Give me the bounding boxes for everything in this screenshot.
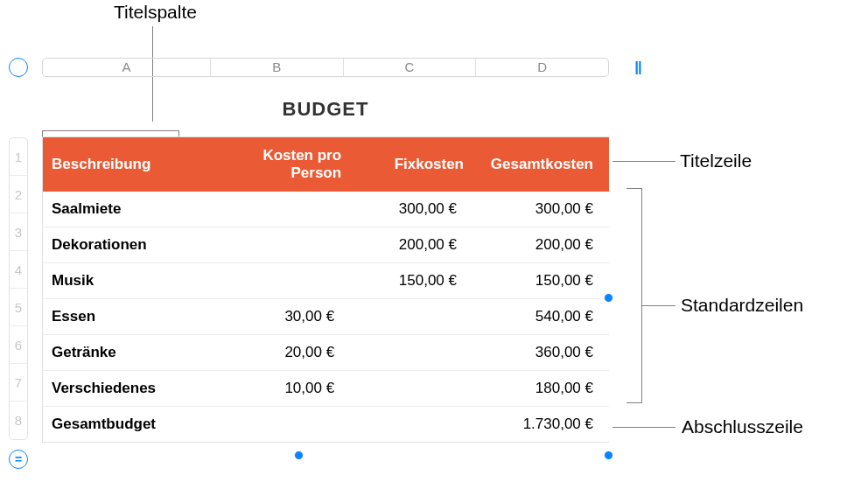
cell-total[interactable]: 180,00 € bbox=[472, 371, 609, 407]
table-row: Verschiedenes 10,00 € 180,00 € bbox=[43, 371, 610, 407]
cell-fix[interactable] bbox=[350, 371, 472, 407]
selection-handle[interactable] bbox=[604, 451, 613, 460]
callout-footer-row: Abschlusszeile bbox=[682, 416, 803, 437]
cell-description[interactable]: Essen bbox=[43, 299, 211, 335]
table-row: Getränke 20,00 € 360,00 € bbox=[43, 335, 610, 371]
cell-kpp[interactable]: 30,00 € bbox=[210, 299, 350, 335]
cell-footer-total[interactable]: 1.730,00 € bbox=[472, 407, 609, 443]
footer-row: Gesamtbudget 1.730,00 € bbox=[43, 407, 610, 443]
table-row: Dekorationen 200,00 € 200,00 € bbox=[43, 227, 610, 263]
header-total-costs[interactable]: Gesamtkosten bbox=[472, 137, 609, 192]
table-row: Essen 30,00 € 540,00 € bbox=[43, 299, 610, 335]
row-header[interactable]: 2 bbox=[10, 176, 27, 213]
selection-handle[interactable] bbox=[294, 451, 304, 460]
cell-fix[interactable] bbox=[350, 299, 472, 335]
column-ruler[interactable]: A B C D bbox=[42, 58, 609, 77]
callout-title-column: Titelspalte bbox=[114, 2, 197, 23]
cell-total[interactable]: 200,00 € bbox=[472, 227, 609, 263]
row-header[interactable]: 3 bbox=[10, 213, 27, 251]
column-header-d[interactable]: D bbox=[476, 59, 608, 76]
add-column-handle[interactable]: || bbox=[628, 58, 648, 77]
column-header-c[interactable]: C bbox=[344, 59, 477, 76]
cell-description[interactable]: Saalmiete bbox=[43, 192, 211, 227]
table-title[interactable]: BUDGET bbox=[42, 87, 609, 136]
callout-bracket bbox=[626, 188, 642, 403]
cell-kpp[interactable] bbox=[210, 192, 350, 227]
cell-description[interactable]: Musik bbox=[43, 263, 211, 299]
table-row: Musik 150,00 € 150,00 € bbox=[43, 263, 610, 299]
row-header[interactable]: 7 bbox=[10, 364, 27, 402]
row-header[interactable]: 5 bbox=[10, 289, 27, 326]
cell-fix[interactable]: 300,00 € bbox=[350, 192, 472, 227]
header-description[interactable]: Beschreibung bbox=[43, 137, 211, 192]
table-row: Saalmiete 300,00 € 300,00 € bbox=[43, 192, 610, 227]
cell-description[interactable]: Dekorationen bbox=[43, 227, 211, 263]
cell-fix[interactable]: 150,00 € bbox=[350, 263, 472, 299]
add-row-handle[interactable]: = bbox=[9, 450, 28, 469]
callout-body-rows: Standardzeilen bbox=[681, 295, 803, 316]
cell-kpp[interactable]: 20,00 € bbox=[210, 335, 350, 371]
callout-line bbox=[612, 161, 676, 162]
selection-handle[interactable] bbox=[604, 293, 613, 303]
table-corner-handle[interactable] bbox=[9, 58, 28, 77]
cell-fix[interactable]: 200,00 € bbox=[350, 227, 472, 263]
row-header[interactable]: 1 bbox=[10, 138, 27, 176]
column-header-a[interactable]: A bbox=[43, 59, 211, 76]
cell-total[interactable]: 540,00 € bbox=[472, 299, 609, 335]
column-header-b[interactable]: B bbox=[211, 59, 344, 76]
header-cost-per-person[interactable]: Kosten pro Person bbox=[210, 137, 350, 192]
table-area: BUDGET Beschreibung Kosten pro Person Fi… bbox=[42, 87, 609, 443]
row-ruler[interactable]: 1 2 3 4 5 6 7 8 bbox=[9, 137, 28, 440]
cell-kpp[interactable]: 10,00 € bbox=[210, 371, 350, 407]
callout-line bbox=[642, 305, 676, 306]
cell-total[interactable]: 360,00 € bbox=[472, 335, 609, 371]
cell-footer-kpp[interactable] bbox=[210, 407, 350, 443]
data-table: Beschreibung Kosten pro Person Fixkosten… bbox=[42, 136, 609, 443]
cell-total[interactable]: 150,00 € bbox=[472, 263, 609, 299]
callout-title-row: Titelzeile bbox=[680, 150, 752, 171]
header-row: Beschreibung Kosten pro Person Fixkosten… bbox=[43, 137, 610, 192]
cell-footer-description[interactable]: Gesamtbudget bbox=[43, 407, 211, 443]
cell-fix[interactable] bbox=[350, 335, 472, 371]
cell-footer-fix[interactable] bbox=[350, 407, 472, 443]
cell-total[interactable]: 300,00 € bbox=[472, 192, 609, 227]
cell-description[interactable]: Verschiedenes bbox=[43, 371, 211, 407]
callout-line bbox=[612, 427, 676, 428]
row-header[interactable]: 4 bbox=[10, 251, 27, 289]
cell-kpp[interactable] bbox=[210, 227, 350, 263]
cell-kpp[interactable] bbox=[210, 263, 350, 299]
cell-description[interactable]: Getränke bbox=[43, 335, 211, 371]
row-header[interactable]: 8 bbox=[10, 402, 27, 439]
header-fixed-costs[interactable]: Fixkosten bbox=[350, 137, 472, 192]
row-header[interactable]: 6 bbox=[10, 326, 27, 364]
